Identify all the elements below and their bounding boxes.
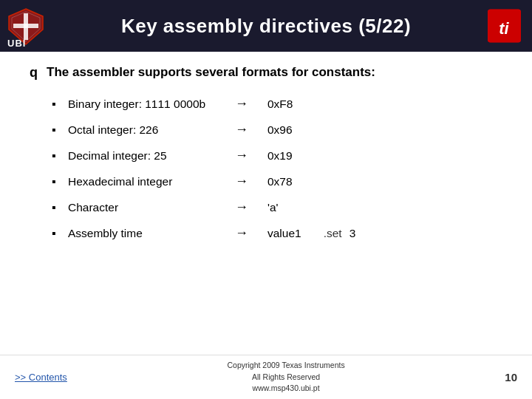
bullet-0: ▪ xyxy=(52,98,61,111)
copyright-line2: All Rights Reserved xyxy=(228,372,345,383)
contents-link[interactable]: >> Contents xyxy=(15,372,67,383)
item-label-3: Hexadecimal integer xyxy=(68,175,223,188)
copyright-line3: www.msp430.ubi.pt xyxy=(228,383,345,395)
bullet-5: ▪ xyxy=(52,227,61,240)
arrow-4: → xyxy=(223,200,260,215)
item-value-0: 0xF8 xyxy=(267,98,293,111)
list-item: ▪ Binary integer: 1111 0000b → 0xF8 xyxy=(30,91,502,117)
footer-copyright: Copyright 2009 Texas Instruments All Rig… xyxy=(228,360,345,395)
footer: >> Contents Copyright 2009 Texas Instrum… xyxy=(0,355,532,399)
arrow-0: → xyxy=(223,96,260,112)
list-item: ▪ Octal integer: 226 → 0x96 xyxy=(30,117,502,143)
copyright-line1: Copyright 2009 Texas Instruments xyxy=(228,360,345,372)
question-marker: q xyxy=(30,65,38,81)
item-label-0: Binary integer: 1111 0000b xyxy=(68,98,223,111)
list-item: ▪ Hexadecimal integer → 0x78 xyxy=(30,168,502,194)
svg-rect-2 xyxy=(13,24,38,28)
bullet-1: ▪ xyxy=(52,123,61,137)
main-question: q The assembler supports several formats… xyxy=(30,65,502,81)
item-label-2: Decimal integer: 25 xyxy=(68,149,223,163)
item-extra-num-5: 3 xyxy=(349,227,356,240)
bullet-4: ▪ xyxy=(52,201,61,214)
item-value-5: value1 xyxy=(267,227,301,240)
ti-logo: ti xyxy=(488,10,521,43)
arrow-2: → xyxy=(223,148,260,163)
svg-text:ti: ti xyxy=(499,19,509,38)
list-item: ▪ Decimal integer: 25 → 0x19 xyxy=(30,143,502,168)
item-label-5: Assembly time xyxy=(68,227,223,240)
list-item: ▪ Character → 'a' xyxy=(30,194,502,220)
page-number: 10 xyxy=(505,371,517,383)
item-value-1: 0x96 xyxy=(267,123,293,137)
item-value-2: 0x19 xyxy=(267,149,293,163)
item-value-4: 'a' xyxy=(267,201,279,214)
header: UBI Key assembly directives (5/22) ti xyxy=(0,0,532,52)
arrow-5: → xyxy=(223,225,260,241)
question-text: The assembler supports several formats f… xyxy=(47,65,375,80)
item-extra-5: .set xyxy=(324,227,342,240)
bullet-3: ▪ xyxy=(52,175,61,188)
arrow-1: → xyxy=(223,122,260,137)
ti-logo-box: ti xyxy=(488,10,521,43)
arrow-3: → xyxy=(223,174,260,189)
page-title: Key assembly directives (5/22) xyxy=(121,15,411,38)
main-content: q The assembler supports several formats… xyxy=(0,52,532,253)
items-list: ▪ Binary integer: 1111 0000b → 0xF8 ▪ Oc… xyxy=(30,91,502,246)
list-item: ▪ Assembly time → value1 .set 3 xyxy=(30,220,502,246)
item-value-3: 0x78 xyxy=(267,175,293,188)
item-label-4: Character xyxy=(68,201,223,214)
item-label-1: Octal integer: 226 xyxy=(68,123,223,137)
ubi-text-label: UBI xyxy=(7,38,26,49)
bullet-2: ▪ xyxy=(52,149,61,163)
